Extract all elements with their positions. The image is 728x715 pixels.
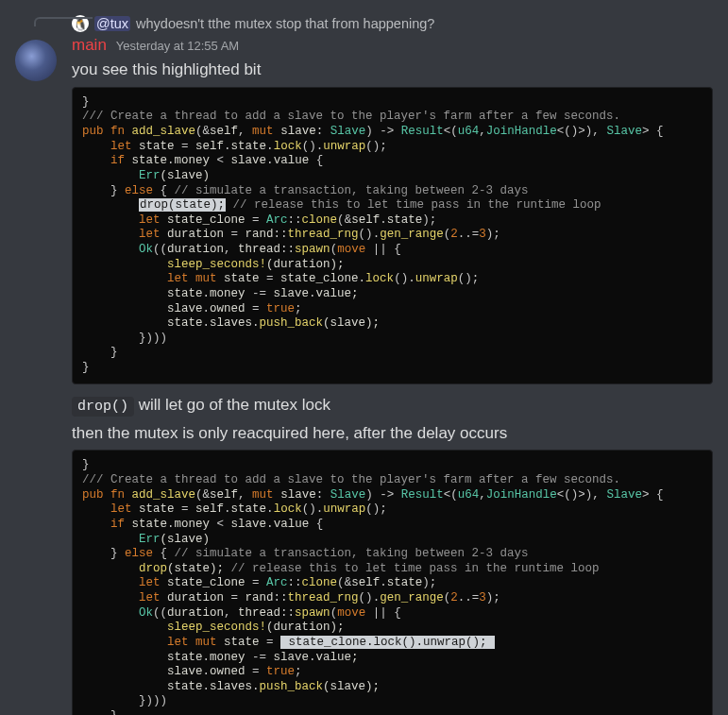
message-content: 🐧 @tux whydoesn't tthe mutex stop that f…	[72, 15, 713, 715]
author-name[interactable]: main	[72, 36, 107, 55]
timestamp: Yesterday at 12:55 AM	[116, 39, 239, 53]
highlight-drop: drop(state);	[139, 198, 226, 212]
reply-text: whydoesn't tthe mutex stop that from hap…	[136, 16, 434, 31]
code-block-2[interactable]: } /// Create a thread to add a slave to …	[72, 450, 713, 715]
message-text-3: then the mutex is only reacquired here, …	[72, 422, 713, 445]
avatar[interactable]	[15, 40, 57, 81]
avatar-column	[15, 15, 57, 715]
message-text-2: drop() will let go of the mutex lock	[72, 394, 713, 417]
message-container: 🐧 @tux whydoesn't tthe mutex stop that f…	[0, 0, 728, 715]
message-header: main Yesterday at 12:55 AM	[72, 36, 713, 55]
reply-spine	[34, 17, 93, 26]
comment: /// Create a thread to add a slave to th…	[82, 110, 620, 123]
highlight-lock: state_clone.lock().unwrap();	[280, 636, 495, 649]
message-text-1: you see this highlighted bit	[72, 59, 713, 81]
reply-mention[interactable]: @tux	[94, 16, 130, 31]
reply-preview[interactable]: 🐧 @tux whydoesn't tthe mutex stop that f…	[72, 15, 713, 32]
code-block-1[interactable]: } /// Create a thread to add a slave to …	[72, 87, 713, 384]
inline-code-drop: drop()	[72, 397, 134, 417]
